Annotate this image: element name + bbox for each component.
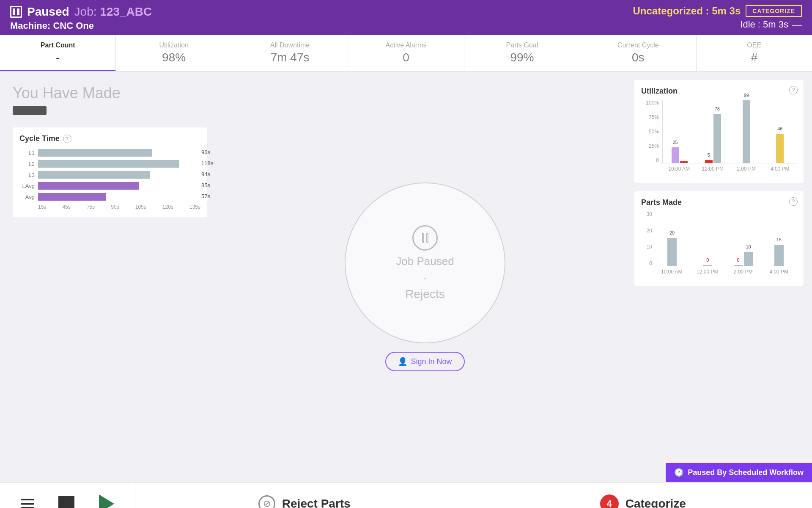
stat-alarms-label: Active Alarms [357,41,455,49]
utilization-chart-title: Utilization [641,87,797,96]
person-icon: 👤 [398,357,407,366]
toolbar-right[interactable]: 4 Categorize [474,483,812,508]
job-paused-circle: Job Paused - Rejects [345,182,505,343]
stat-alarms-value: 0 [357,51,455,64]
hamburger-icon [21,499,34,508]
utilization-help-icon[interactable]: ? [789,86,798,94]
stat-part-count[interactable]: Part Count - [0,35,116,71]
right-panel: Utilization ? 100% 75% 50% 25% 0 [630,72,812,482]
job-paused-text: Job Paused [396,255,454,268]
parts-y-axis: 30 20 10 0 [641,211,654,266]
stat-oee[interactable]: OEE # [697,35,812,71]
parts-bar-1200: 0 [703,265,712,266]
stat-current-cycle-label: Current Cycle [589,41,687,49]
parts-bars-area: 20 0 [654,211,797,266]
cycle-row-l1: L1 96s [19,149,200,157]
play-button[interactable] [99,494,114,508]
header-title: Paused Job: 123_ABC [10,5,152,19]
utilization-chart-card: Utilization ? 100% 75% 50% 25% 0 [634,80,804,183]
header-right: Uncategorized : 5m 3s CATEGORIZE Idle : … [633,5,802,30]
uncategorized-status: Uncategorized : 5m 3s CATEGORIZE [633,5,802,17]
stat-part-count-label: Part Count [8,41,107,49]
job-dash: - [423,272,426,283]
stat-parts-goal-value: 99% [473,51,571,64]
stat-all-downtime[interactable]: All Downtime 7m 47s [232,35,348,71]
stop-icon [58,496,74,508]
categorize-badge: 4 [600,494,619,508]
reject-parts-label: Reject Parts [282,497,351,508]
play-icon [99,494,114,508]
util-group-1000: 25 [663,100,696,163]
stat-oee-value: # [705,51,804,64]
categorize-header-button[interactable]: CATEGORIZE [746,5,802,17]
job-pause-icon [412,225,438,251]
parts-made-chart-title: Parts Made [641,198,797,207]
reject-parts-icon: ⊘ [258,495,275,508]
made-count-bar [13,106,47,115]
categorize-toolbar-label: Categorize [625,497,686,508]
center-panel: Job Paused - Rejects 👤 Sign In Now [220,72,630,482]
util-bar-1000-1: 25 [672,147,679,163]
stat-current-cycle-value: 0s [589,51,687,64]
stat-downtime-label: All Downtime [241,41,339,49]
cycle-bar-avg [38,193,106,201]
paused-workflow-banner: 🕐 Paused By Scheduled Workflow [666,463,812,482]
util-group-1200: 5 78 [696,100,730,163]
util-x-labels: 10:00 AM 12:00 PM 2:00 PM 4:00 PM [662,164,797,176]
stop-button[interactable] [58,496,74,508]
util-y-axis: 100% 75% 50% 25% 0 [641,100,662,163]
bottom-toolbar: ⊘ Reject Parts 4 Categorize [0,482,812,508]
cycle-row-lavg: LAvg 85s [19,182,200,190]
cycle-x-axis: 15s 45s 75s 90s 105s 120s 135s [19,204,200,210]
pause-icon [10,6,22,18]
parts-bar-1400-1: 0 [734,265,743,266]
stat-oee-label: OEE [705,41,804,49]
cycle-row-l3: L3 94s [19,171,200,179]
stat-active-alarms[interactable]: Active Alarms 0 [348,35,464,71]
cycle-time-title: Cycle Time ? [19,134,200,143]
cycle-bar-lavg [38,182,139,190]
stat-part-count-value: - [8,51,107,64]
dash-icon: — [792,19,802,30]
toolbar-left [0,483,135,508]
parts-group-1200: 0 [690,211,725,266]
header: Paused Job: 123_ABC Machine: CNC One Unc… [0,0,812,35]
cycle-time-bars: L1 96s L2 118s L3 [19,149,200,201]
util-group-1400: 99 [730,100,763,163]
cycle-time-help-icon[interactable]: ? [63,135,71,143]
cycle-bar-l1 [38,149,152,157]
sign-in-button[interactable]: 👤 Sign In Now [385,352,464,371]
util-bar-1200-1: 5 [705,160,713,163]
machine-label: Machine: CNC One [10,20,152,31]
parts-x-labels: 10:00 AM 12:00 PM 2:00 PM 4:00 PM [654,267,797,279]
cycle-bar-l2 [38,160,179,168]
stat-parts-goal-label: Parts Goal [473,41,571,49]
job-label: Job: 123_ABC [74,5,152,19]
parts-group-1400: 0 10 [726,211,761,266]
util-bar-1600-1: 46 [776,134,784,163]
left-panel: You Have Made Cycle Time ? L1 96s [0,72,220,482]
idle-status: Idle : 5m 3s — [633,19,802,30]
toolbar-center[interactable]: ⊘ Reject Parts [135,483,474,508]
parts-made-chart-card: Parts Made ? 30 20 10 0 20 [634,191,804,286]
parts-bar-1600: 15 [774,245,784,266]
util-group-1600: 46 [763,100,797,163]
stats-bar: Part Count - Utilization 98% All Downtim… [0,35,812,72]
parts-group-1600: 15 [761,211,797,266]
util-bars-area: 25 5 [662,100,797,163]
parts-made-help-icon[interactable]: ? [789,197,798,206]
parts-group-1000: 20 [654,211,690,266]
stat-utilization[interactable]: Utilization 98% [116,35,232,71]
cycle-row-l2: L2 118s [19,160,200,168]
stat-current-cycle[interactable]: Current Cycle 0s [580,35,696,71]
you-have-made-text: You Have Made [13,84,207,102]
status-text: Paused [27,5,69,19]
clock-icon: 🕐 [674,468,683,477]
menu-button[interactable] [21,499,34,508]
stat-utilization-value: 98% [124,51,223,64]
stat-downtime-value: 7m 47s [241,51,339,64]
parts-bar-1400-2: 10 [744,252,753,266]
stat-parts-goal[interactable]: Parts Goal 99% [464,35,580,71]
cycle-bar-l3 [38,171,150,179]
main-content: You Have Made Cycle Time ? L1 96s [0,72,812,482]
